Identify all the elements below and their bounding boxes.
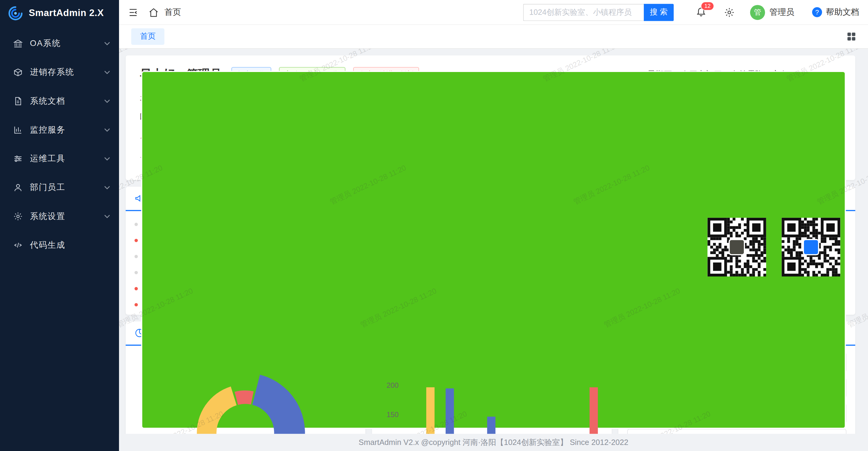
topbar: 首页 搜 索 12 管 管理员 帮助文档 <box>119 0 868 25</box>
sidebar-item-codegen[interactable]: 代码生成 <box>0 230 119 259</box>
chevron-down-icon <box>104 157 110 160</box>
qr-block-zhuoda: 卓大的微信号! 骚扰卓大 :) <box>627 218 698 303</box>
sidebar-item-docs[interactable]: 系统文档 <box>0 86 119 115</box>
sidebar-item-settings[interactable]: 系统设置 <box>0 202 119 230</box>
inventory-box-icon <box>13 67 23 77</box>
gear-icon[interactable] <box>724 7 735 18</box>
tools-icon <box>13 154 23 163</box>
y-axis-tick: 200 <box>382 381 399 389</box>
code-icon <box>13 240 23 250</box>
sidebar-item-ops[interactable]: 运维工具 <box>0 144 119 173</box>
logo-icon <box>7 5 24 22</box>
chevron-down-icon <box>104 128 110 132</box>
chevron-down-icon <box>104 99 110 103</box>
avatar: 管 <box>750 5 765 20</box>
chevron-down-icon <box>104 41 110 45</box>
gear-icon <box>13 212 23 221</box>
topbar-right: 搜 索 12 管 管理员 帮助文档 <box>523 4 868 21</box>
sidebar-menu: OA系统 进销存系统 系统文档 监控服务 运维工具 <box>0 27 119 259</box>
sidebar: SmartAdmin 2.X OA系统 进销存系统 系统文档 监控服务 <box>0 0 119 451</box>
grid-icon[interactable] <box>847 32 856 41</box>
document-icon <box>13 96 23 106</box>
team-icon <box>13 183 23 192</box>
question-icon <box>812 7 822 17</box>
tab-home[interactable]: 首页 <box>131 28 164 45</box>
main-content: 早上好，管理员 努力工作 主动 / 皮实 / 可靠 自省 / 精进 / 创新 2… <box>119 49 868 451</box>
notification-badge: 12 <box>701 1 714 10</box>
chevron-down-icon <box>104 186 110 189</box>
wechat-card: 添加微信，关注【小镇程序员】、【1024创新实验室】 卓大的微信号! 骚扰卓大 … <box>618 187 855 315</box>
sidebar-item-employees[interactable]: 部门员工 <box>0 173 119 201</box>
user-menu[interactable]: 管 管理员 <box>750 5 795 20</box>
help-docs[interactable]: 帮助文档 <box>812 7 859 18</box>
y-axis-tick: 150 <box>382 411 399 419</box>
sidebar-item-inventory[interactable]: 进销存系统 <box>0 57 119 86</box>
monitor-chart-icon <box>13 125 23 134</box>
menu-fold-icon[interactable] <box>128 7 138 18</box>
sidebar-item-monitor[interactable]: 监控服务 <box>0 115 119 144</box>
qr-code <box>782 218 840 277</box>
logo: SmartAdmin 2.X <box>0 0 119 27</box>
username: 管理员 <box>770 7 794 18</box>
sidebar-item-oa[interactable]: OA系统 <box>0 29 119 57</box>
bank-icon <box>13 38 23 48</box>
notifications[interactable]: 12 <box>696 6 706 19</box>
footer: SmartAdmin V2.x @copyright 河南·洛阳【1024创新实… <box>119 434 868 451</box>
search-button[interactable]: 搜 索 <box>644 4 674 21</box>
app-window: SmartAdmin 2.X OA系统 进销存系统 系统文档 监控服务 <box>0 0 868 451</box>
qr-code <box>708 218 766 277</box>
search-input[interactable] <box>523 4 644 21</box>
global-search: 搜 索 <box>523 4 674 21</box>
home-icon[interactable] <box>148 7 159 18</box>
tabbar: 首页 <box>119 25 868 49</box>
chevron-down-icon <box>104 214 110 218</box>
breadcrumb[interactable]: 首页 <box>164 7 181 18</box>
chevron-down-icon <box>104 70 110 74</box>
app-title: SmartAdmin 2.X <box>29 8 104 19</box>
